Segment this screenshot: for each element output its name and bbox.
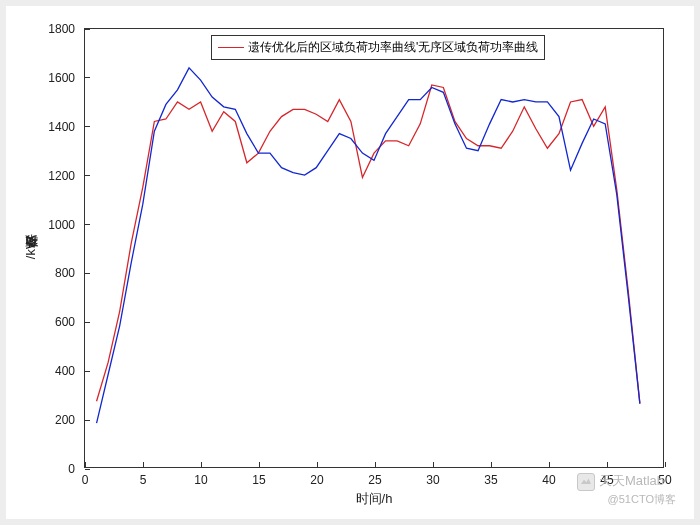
y-tick-mark — [85, 77, 90, 78]
legend[interactable]: 遗传优化后的区域负荷功率曲线'无序区域负荷功率曲线 — [211, 35, 545, 60]
series-line — [97, 68, 640, 423]
x-tick-label: 15 — [252, 473, 265, 487]
y-tick-mark — [85, 469, 90, 470]
x-tick-mark — [375, 462, 376, 467]
y-axis-label: 负荷功率/kW — [22, 237, 40, 259]
x-tick-mark — [259, 462, 260, 467]
x-tick-label: 0 — [82, 473, 89, 487]
series-line — [97, 85, 640, 404]
x-tick-label: 50 — [658, 473, 671, 487]
x-tick-label: 35 — [484, 473, 497, 487]
x-tick-mark — [491, 462, 492, 467]
watermark-line1: 天天Matlab — [577, 472, 664, 491]
legend-label: 遗传优化后的区域负荷功率曲线'无序区域负荷功率曲线 — [248, 39, 538, 56]
legend-swatch — [218, 47, 244, 48]
y-tick-mark — [85, 224, 90, 225]
axes: 遗传优化后的区域负荷功率曲线'无序区域负荷功率曲线 05101520253035… — [84, 28, 664, 468]
x-tick-mark — [143, 462, 144, 467]
x-tick-label: 10 — [194, 473, 207, 487]
x-tick-label: 25 — [368, 473, 381, 487]
x-tick-mark — [201, 462, 202, 467]
y-tick-mark — [85, 126, 90, 127]
x-tick-label: 30 — [426, 473, 439, 487]
figure-window: 遗传优化后的区域负荷功率曲线'无序区域负荷功率曲线 05101520253035… — [6, 6, 694, 519]
wechat-icon — [577, 473, 595, 491]
watermark-line2: @51CTO博客 — [608, 492, 676, 507]
x-tick-label: 5 — [140, 473, 147, 487]
x-tick-mark — [433, 462, 434, 467]
x-tick-mark — [607, 462, 608, 467]
y-tick-mark — [85, 29, 90, 30]
x-tick-label: 20 — [310, 473, 323, 487]
x-tick-label: 45 — [600, 473, 613, 487]
x-tick-mark — [85, 462, 86, 467]
y-tick-mark — [85, 175, 90, 176]
x-tick-mark — [665, 462, 666, 467]
y-tick-mark — [85, 273, 90, 274]
x-axis-label: 时间/h — [356, 490, 393, 508]
x-tick-mark — [317, 462, 318, 467]
x-tick-mark — [549, 462, 550, 467]
y-tick-mark — [85, 420, 90, 421]
y-tick-mark — [85, 322, 90, 323]
x-tick-label: 40 — [542, 473, 555, 487]
y-tick-mark — [85, 371, 90, 372]
plot-area — [85, 29, 663, 467]
